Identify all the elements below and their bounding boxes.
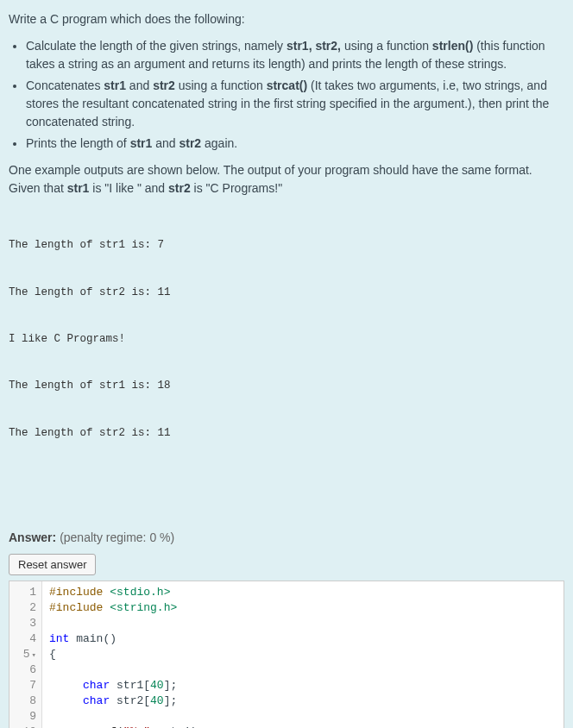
output-line: The length of str1 is: 7	[9, 237, 564, 253]
answer-section: Answer: (penalty regime: 0 %) Reset answ…	[0, 529, 573, 728]
code-line: #include <string.h>	[49, 600, 557, 616]
line-number: 2	[13, 600, 36, 616]
bullet-3: Prints the length of str1 and str2 again…	[26, 135, 564, 153]
bullet-1: Calculate the length of the given string…	[26, 37, 564, 73]
question-bullets: Calculate the length of the given string…	[9, 37, 564, 153]
output-line: The length of str2 is: 11	[9, 285, 564, 300]
line-number: 4	[13, 631, 36, 647]
code-editor[interactable]: 1 2 3 4 5 6 7 8 9 10 11 12 13 14 15 16 #…	[9, 581, 564, 728]
line-number: 10	[13, 725, 36, 728]
line-number: 9	[13, 709, 36, 725]
reset-answer-button[interactable]: Reset answer	[9, 554, 96, 575]
code-line	[49, 709, 557, 725]
output-line: The length of str1 is: 18	[9, 378, 564, 393]
answer-label: Answer:	[9, 530, 56, 544]
output-line: The length of str2 is: 11	[9, 425, 564, 441]
output-line: I like C Programs!	[9, 331, 564, 347]
code-line	[49, 662, 557, 678]
line-number: 1	[13, 585, 36, 600]
code-line: #include <stdio.h>	[49, 585, 557, 600]
line-number: 3	[13, 616, 36, 631]
line-number: 6	[13, 662, 36, 678]
question-intro: Write a C program which does the followi…	[9, 10, 564, 28]
code-line: int main()	[49, 631, 557, 647]
example-output: The length of str1 is: 7 The length of s…	[9, 206, 564, 472]
code-line: {	[49, 647, 557, 662]
code-line	[49, 616, 557, 631]
code-line: char str1[40];	[49, 678, 557, 693]
line-number-gutter: 1 2 3 4 5 6 7 8 9 10 11 12 13 14 15 16	[9, 581, 42, 728]
question-text: Write a C program which does the followi…	[0, 0, 573, 486]
answer-header: Answer: (penalty regime: 0 %)	[9, 529, 564, 547]
line-number: 7	[13, 678, 36, 693]
code-line: char str2[40];	[49, 693, 557, 709]
bullet-2: Concatenates str1 and str2 using a funct…	[26, 77, 564, 131]
penalty-text: (penalty regime: 0 %)	[60, 530, 174, 544]
code-line: scanf("%s", str1);	[49, 725, 557, 728]
code-area[interactable]: #include <stdio.h> #include <string.h> i…	[42, 581, 564, 728]
example-intro: One example outputs are shown below. The…	[9, 161, 564, 198]
line-number: 8	[13, 693, 36, 709]
line-number-fold[interactable]: 5	[13, 647, 36, 662]
